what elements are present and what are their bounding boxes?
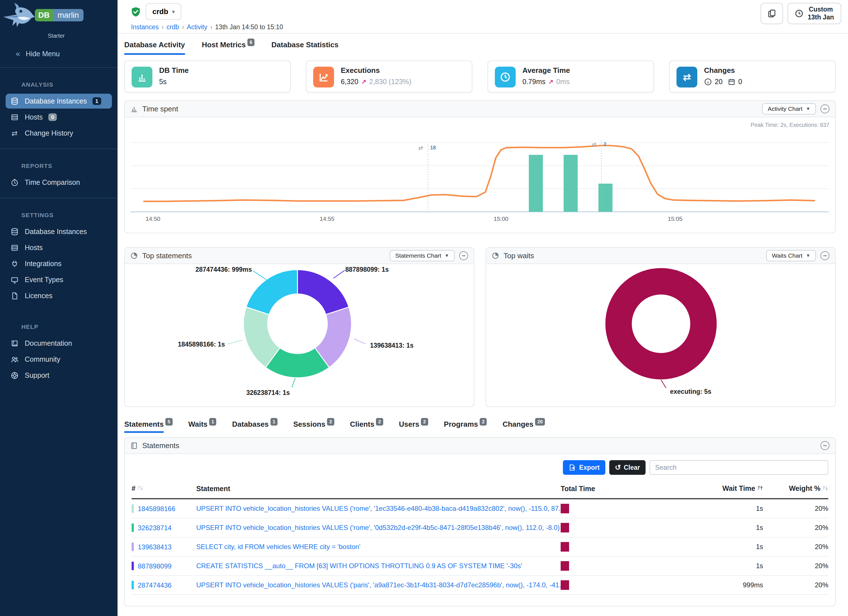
total-time-bar: [560, 542, 569, 552]
top-waits-donut[interactable]: executing: 5s: [486, 264, 835, 407]
collapse-panel-icon[interactable]: −: [459, 251, 468, 260]
tab-changes[interactable]: Changes20: [503, 420, 545, 429]
column-header-statement[interactable]: Statement: [196, 481, 560, 499]
clock-icon: [10, 179, 19, 187]
statement-id-link[interactable]: 139638413: [138, 543, 172, 551]
tab-database-activity[interactable]: Database Activity: [124, 40, 185, 55]
tab-sessions[interactable]: Sessions2: [293, 420, 334, 429]
statement-color-chip: [132, 524, 134, 532]
count-badge: 20: [535, 418, 545, 426]
activity-chart-select[interactable]: Activity Chart▼: [762, 103, 816, 114]
table-row: 326238714 UPSERT INTO vehicle_location_h…: [132, 518, 828, 537]
sidebar-item-support[interactable]: Support: [6, 368, 112, 383]
svg-text:14:55: 14:55: [320, 215, 335, 222]
search-input[interactable]: [649, 460, 828, 475]
time-spent-panel: Time spent Activity Chart▼ − ⇄18⇄214:501…: [124, 100, 836, 233]
statement-sql-link[interactable]: UPSERT INTO vehicle_location_histories V…: [196, 581, 560, 589]
kpi-value: 0.79ms: [522, 78, 546, 86]
tab-waits[interactable]: Waits1: [188, 420, 216, 429]
tab-clients[interactable]: Clients2: [350, 420, 383, 429]
statements-toolbar: Export ↺ Clear: [125, 454, 835, 480]
hide-menu-button[interactable]: « Hide Menu: [0, 39, 117, 67]
wait-time-value: 1s: [695, 537, 763, 557]
chevrons-left-icon: «: [16, 49, 20, 58]
tab-databases[interactable]: Databases1: [232, 420, 277, 429]
clear-button[interactable]: ↺ Clear: [609, 460, 646, 475]
peak-annotation: Peak Time: 2s, Executions: 837: [751, 122, 829, 128]
statements-chart-select[interactable]: Statements Chart▼: [390, 250, 455, 261]
tab-statements[interactable]: Statements5: [124, 420, 173, 429]
export-button[interactable]: Export: [563, 460, 605, 475]
breadcrumb-activity[interactable]: Activity: [187, 23, 208, 31]
statement-color-chip: [132, 504, 134, 513]
instance-selector[interactable]: crdb ▾: [146, 3, 181, 20]
statements-panel: Statements − Export ↺ Clear #: [124, 437, 836, 606]
panel-title: Time spent: [142, 105, 178, 113]
statement-id-link[interactable]: 887898099: [138, 562, 172, 570]
count-badge: 5: [165, 418, 172, 426]
donut-slice-label: 887898099: 1s: [345, 266, 389, 273]
kpi-db-time: DB Time 5s: [124, 61, 291, 92]
tab-programs[interactable]: Programs2: [444, 420, 487, 429]
sidebar-item-event-types[interactable]: Event Types: [6, 272, 112, 287]
top-statements-donut[interactable]: 887898099: 1s139638413: 1s326238714: 1s1…: [125, 264, 474, 407]
sidebar-item-change-history[interactable]: ⇄ Change History: [6, 126, 112, 141]
statement-sql-link[interactable]: UPSERT INTO vehicle_location_histories V…: [196, 524, 560, 531]
sidebar-item-integrations[interactable]: Integrations: [6, 256, 112, 271]
document-icon: [10, 292, 19, 300]
marlin-fish-icon: [2, 2, 38, 30]
statement-sql-link[interactable]: CREATE STATISTICS __auto__ FROM [63] WIT…: [196, 562, 522, 570]
collapse-panel-icon[interactable]: −: [820, 251, 829, 260]
weight-value: 20%: [763, 537, 828, 557]
sidebar-item-settings-hosts[interactable]: Hosts: [6, 240, 112, 255]
column-header-wait-time[interactable]: Wait Time: [695, 481, 763, 499]
sidebar-item-documentation[interactable]: Documentation: [6, 336, 112, 351]
waits-chart-select[interactable]: Waits Chart▼: [766, 250, 816, 261]
weight-value: 20%: [763, 557, 828, 576]
section-reports: REPORTS: [0, 149, 117, 174]
clock-icon: [495, 67, 516, 88]
sidebar-item-licences[interactable]: Licences: [6, 288, 112, 303]
server-icon: [10, 244, 19, 252]
breadcrumb-instances[interactable]: Instances: [131, 23, 159, 31]
sidebar-item-database-instances[interactable]: Database Instances 1: [6, 94, 112, 108]
sidebar-item-hosts[interactable]: Hosts 0: [6, 110, 112, 125]
kpi-value: 6,320: [341, 78, 359, 86]
kpi-cards: DB Time 5s Executions 6,320 ↗ 2,830 (123…: [117, 55, 848, 92]
sort-desc-icon: [822, 485, 828, 493]
statement-id-link[interactable]: 1845898166: [138, 505, 175, 512]
tab-host-metrics[interactable]: Host Metrics6: [202, 40, 255, 55]
main-content: crdb ▾ Instances›crdb›Activity›13th Jan …: [117, 0, 848, 616]
time-range-button[interactable]: Custom13th Jan: [787, 3, 841, 24]
caret-down-icon: ▼: [445, 253, 449, 258]
health-shield-icon: [130, 6, 141, 17]
sidebar-item-time-comparison[interactable]: Time Comparison: [6, 175, 112, 190]
kpi-event-count: 0: [738, 78, 742, 86]
statement-id-link[interactable]: 326238714: [138, 524, 172, 531]
collapse-panel-icon[interactable]: −: [820, 104, 829, 113]
bar-chart-icon: [132, 67, 153, 88]
tab-users[interactable]: Users2: [399, 420, 428, 429]
swap-arrows-icon: ⇄: [10, 130, 19, 137]
sidebar-item-community[interactable]: Community: [6, 352, 112, 367]
wait-time-value: 1s: [695, 499, 763, 518]
logo: DBmarlin: [0, 0, 117, 33]
column-header-num[interactable]: #: [132, 481, 196, 499]
copy-link-button[interactable]: [761, 3, 783, 24]
column-header-total-time[interactable]: Total Time: [560, 481, 695, 499]
statement-id-link[interactable]: 287474436: [138, 581, 172, 589]
kpi-changes: ⇄ Changes 20 0: [669, 61, 836, 92]
table-row: 887898099 CREATE STATISTICS __auto__ FRO…: [132, 557, 828, 576]
sidebar-item-settings-database-instances[interactable]: Database Instances: [6, 224, 112, 239]
column-header-weight[interactable]: Weight %: [763, 481, 828, 499]
breadcrumb-crdb[interactable]: crdb: [166, 23, 179, 31]
donut-slice-label: 326238714: 1s: [246, 389, 290, 396]
statement-sql-link[interactable]: SELECT city, id FROM vehicles WHERE city…: [196, 543, 360, 551]
statement-sql-link[interactable]: UPSERT INTO vehicle_location_histories V…: [196, 505, 560, 512]
wait-time-value: 1s: [695, 518, 763, 537]
table-row: 287474436 UPSERT INTO vehicle_location_h…: [132, 576, 828, 595]
time-spent-chart[interactable]: ⇄18⇄214:5014:5515:0015:05 Peak Time: 2s,…: [125, 117, 835, 233]
collapse-panel-icon[interactable]: −: [820, 441, 829, 450]
pie-chart-icon: [492, 252, 499, 259]
tab-database-statistics[interactable]: Database Statistics: [271, 40, 338, 55]
